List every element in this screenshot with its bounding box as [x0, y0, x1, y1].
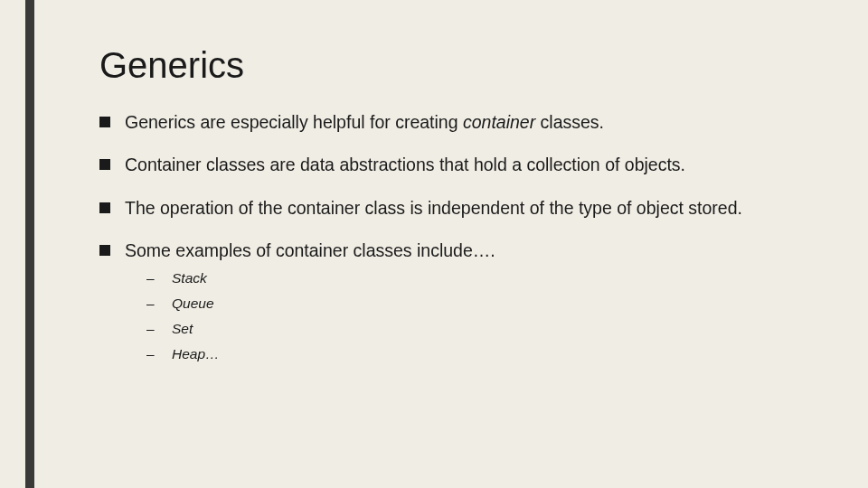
- bullet-list: Generics are especially helpful for crea…: [99, 111, 796, 365]
- bullet-item: Some examples of container classes inclu…: [99, 239, 796, 365]
- bullet-item: Container classes are data abstractions …: [99, 154, 796, 176]
- bullet-text-post: classes.: [535, 112, 604, 132]
- sub-list: Stack Queue Set Heap…: [146, 267, 796, 365]
- sub-item: Heap…: [146, 343, 796, 365]
- sub-item: Set: [146, 318, 796, 340]
- bullet-text: Some examples of container classes inclu…: [125, 240, 495, 260]
- sub-item: Stack: [146, 267, 796, 289]
- bullet-text: Container classes are data abstractions …: [125, 155, 685, 174]
- slide: Generics Generics are especially helpful…: [0, 0, 868, 488]
- bullet-text-italic: container: [463, 112, 535, 132]
- bullet-text-pre: Generics are especially helpful for crea…: [125, 112, 463, 132]
- bullet-text: The operation of the container class is …: [125, 198, 742, 218]
- bullet-item: Generics are especially helpful for crea…: [99, 111, 796, 134]
- sub-item: Queue: [146, 293, 796, 314]
- slide-title: Generics: [99, 45, 796, 86]
- bullet-item: The operation of the container class is …: [99, 197, 796, 220]
